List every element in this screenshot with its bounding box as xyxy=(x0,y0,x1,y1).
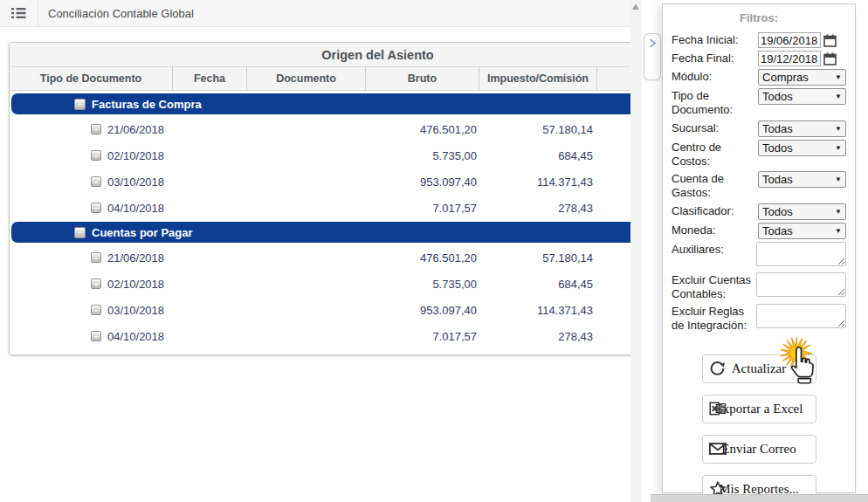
row-impuesto: 114.371,43 xyxy=(480,297,598,323)
table-row: +21/06/2018 476.501,20 57.180,14 xyxy=(10,244,630,271)
row-date: 21/06/2018 xyxy=(107,251,164,265)
content-scrollbar[interactable] xyxy=(630,0,642,502)
table-title: Origen del Asiento xyxy=(10,43,630,67)
button-label: Exportar a Excel xyxy=(715,402,803,416)
exportar-excel-button[interactable]: Exportar a Excel xyxy=(702,395,816,423)
fecha-final-input[interactable] xyxy=(758,51,821,66)
expand-plus-icon[interactable]: + xyxy=(91,124,101,134)
expand-plus-icon[interactable]: + xyxy=(91,331,101,341)
panel-bottom-scroll-strip[interactable] xyxy=(651,494,868,502)
field-label: Centro de Costos: xyxy=(672,140,758,169)
select-value: Compras xyxy=(762,71,809,84)
row-impuesto: 684,45 xyxy=(480,271,598,297)
expand-plus-icon[interactable]: + xyxy=(91,252,101,263)
expand-plus-icon[interactable]: + xyxy=(91,176,101,187)
excluir-cuentas-textarea[interactable] xyxy=(756,272,846,297)
field-centro-costos: Centro de Costos: Todos ▼ xyxy=(672,140,846,169)
row-bruto: 953.097,40 xyxy=(367,297,480,323)
actualizar-button[interactable]: Actualizar xyxy=(702,354,816,383)
expand-plus-icon[interactable]: + xyxy=(91,150,101,161)
field-cuenta-gastos: Cuenta de Gastos: Todas ▼ xyxy=(672,171,846,201)
calendar-icon[interactable] xyxy=(823,34,837,47)
row-bruto: 5.735,00 xyxy=(367,142,480,168)
excluir-reglas-textarea[interactable] xyxy=(756,304,846,328)
scroll-up-arrow-icon[interactable] xyxy=(632,3,639,10)
col-extra xyxy=(597,67,630,90)
auxiliares-textarea[interactable] xyxy=(756,242,846,266)
dropdown-arrow-icon: ▼ xyxy=(835,208,842,216)
collapse-minus-icon[interactable]: − xyxy=(74,227,86,238)
field-label: Excluir Cuentas Contables: xyxy=(672,272,756,302)
row-date: 02/10/2018 xyxy=(107,149,164,162)
group-label: Facturas de Compra xyxy=(92,98,202,111)
moneda-select[interactable]: Todas ▼ xyxy=(758,223,846,239)
dropdown-arrow-icon: ▼ xyxy=(835,144,842,152)
collapse-minus-icon[interactable]: − xyxy=(74,99,86,110)
group-label: Cuentas por Pagar xyxy=(92,226,193,239)
col-impuesto-comision[interactable]: Impuesto/Comisión xyxy=(479,67,597,90)
dropdown-arrow-icon: ▼ xyxy=(835,93,842,100)
filters-panel: Filtros: Fecha Inicial: Fecha Final: Mód… xyxy=(662,3,856,493)
table-column-headers: Tipo de Documento Fecha Documento Bruto … xyxy=(10,67,630,91)
field-label: Tipo de Documento: xyxy=(672,88,758,118)
row-bruto: 476.501,20 xyxy=(367,116,480,142)
table-row: +03/10/2018 953.097,40 114.371,43 xyxy=(10,168,630,195)
field-excluir-cuentas: Excluir Cuentas Contables: xyxy=(672,272,846,302)
button-label: Enviar Correo xyxy=(721,442,796,457)
page-title: Conciliación Contable Global xyxy=(48,7,194,20)
origen-asiento-table: Origen del Asiento Tipo de Documento Fec… xyxy=(9,42,630,355)
field-modulo: Módulo: Compras ▼ xyxy=(672,69,846,86)
field-tipo-documento: Tipo de Documento: Todos ▼ xyxy=(672,88,846,118)
field-clasificador: Clasificador: Todos ▼ xyxy=(672,203,846,220)
tipo-documento-select[interactable]: Todos ▼ xyxy=(758,88,846,105)
cuenta-gastos-select[interactable]: Todas ▼ xyxy=(758,171,846,188)
field-label: Clasificador: xyxy=(672,203,758,218)
select-value: Todos xyxy=(762,141,793,155)
select-value: Todas xyxy=(762,173,793,186)
row-bruto: 5.735,00 xyxy=(367,271,480,297)
menu-list-icon[interactable] xyxy=(0,0,38,27)
col-bruto[interactable]: Bruto xyxy=(366,67,479,90)
row-impuesto: 684,45 xyxy=(480,142,598,168)
row-date: 21/06/2018 xyxy=(107,123,164,136)
table-row: +02/10/2018 5.735,00 684,45 xyxy=(10,142,630,168)
refresh-icon xyxy=(709,361,726,377)
row-date: 04/10/2018 xyxy=(107,202,164,215)
row-bruto: 7.017,57 xyxy=(367,195,480,221)
fecha-inicial-input[interactable] xyxy=(758,32,821,48)
table-row: +21/06/2018 476.501,20 57.180,14 xyxy=(10,116,630,142)
select-value: Todos xyxy=(762,205,793,218)
field-label: Moneda: xyxy=(672,223,758,237)
select-value: Todas xyxy=(762,122,793,135)
group-header-facturas-compra[interactable]: − Facturas de Compra xyxy=(11,93,630,114)
clasificador-select[interactable]: Todos ▼ xyxy=(758,203,846,220)
row-date: 04/10/2018 xyxy=(107,330,164,343)
calendar-icon[interactable] xyxy=(823,52,837,65)
chevron-right-icon xyxy=(648,38,658,48)
top-bar: Conciliación Contable Global xyxy=(0,0,630,27)
row-date: 02/10/2018 xyxy=(107,278,164,291)
expand-plus-icon[interactable]: + xyxy=(91,279,101,289)
field-fecha-inicial: Fecha Inicial: xyxy=(672,32,846,48)
field-excluir-reglas: Excluir Reglas de Integración: xyxy=(672,304,846,334)
sucursal-select[interactable]: Todas ▼ xyxy=(758,120,846,137)
enviar-correo-button[interactable]: Enviar Correo xyxy=(702,435,816,464)
field-fecha-final: Fecha Final: xyxy=(672,51,846,66)
modulo-select[interactable]: Compras ▼ xyxy=(758,69,846,86)
expand-plus-icon[interactable]: + xyxy=(91,305,101,315)
row-impuesto: 278,43 xyxy=(480,195,598,221)
col-documento[interactable]: Documento xyxy=(247,67,366,90)
centro-costos-select[interactable]: Todos ▼ xyxy=(758,140,846,156)
dropdown-arrow-icon: ▼ xyxy=(835,227,842,235)
row-date: 03/10/2018 xyxy=(107,304,164,317)
filter-panel-collapse-tab[interactable] xyxy=(644,33,661,80)
expand-plus-icon[interactable]: + xyxy=(91,203,101,213)
table-row: +03/10/2018 953.097,40 114.371,43 xyxy=(10,297,630,323)
group-header-cuentas-por-pagar[interactable]: − Cuentas por Pagar xyxy=(11,222,630,243)
col-fecha[interactable]: Fecha xyxy=(173,67,247,90)
row-impuesto: 57.180,14 xyxy=(480,244,598,271)
button-label: Actualizar xyxy=(732,361,786,376)
col-tipo-documento[interactable]: Tipo de Documento xyxy=(10,67,173,90)
excel-icon xyxy=(709,400,727,417)
row-bruto: 953.097,40 xyxy=(367,168,480,195)
